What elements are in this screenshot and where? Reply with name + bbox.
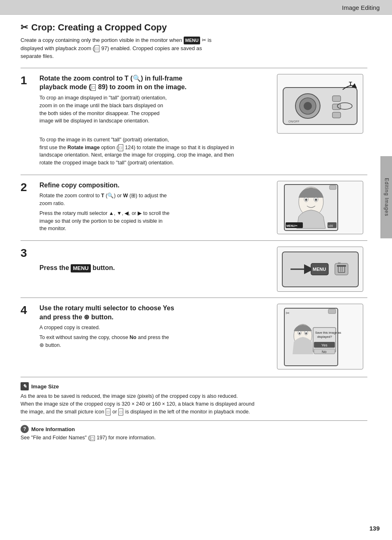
- step-2-image: MENU✂ x30: [277, 181, 367, 234]
- svg-rect-6: [332, 112, 341, 118]
- step-3-image: MENU ✂: [277, 247, 367, 292]
- step-2: 2 Refine copy composition. Rotate the zo…: [21, 175, 367, 240]
- step-3-number: 3: [21, 247, 33, 259]
- side-tab: Editing Images: [380, 156, 392, 238]
- svg-text:ON/OFF: ON/OFF: [288, 120, 299, 123]
- step-2-text-2: Press the rotary multi selector ▲, ▼, ◀,…: [39, 210, 273, 233]
- svg-rect-20: [330, 185, 336, 189]
- step-2-number: 2: [21, 182, 33, 193]
- cam-diagram-3: MENU ✂: [277, 247, 363, 292]
- step-4-body: Use the rotary multi selector to choose …: [39, 304, 367, 369]
- svg-point-35: [305, 332, 307, 334]
- step-1-text-2: To crop the image in its current "tall" …: [39, 136, 367, 167]
- more-info-title: ? More Information: [21, 425, 367, 433]
- note-title: ✎ Image Size: [21, 382, 367, 390]
- step-1: 1 Rotate the zoom control to T (🔍) in fu…: [21, 68, 367, 175]
- header-title: Image Editing: [342, 4, 380, 11]
- page-title: ✂ Crop: Creating a Cropped Copy: [21, 22, 367, 33]
- step-1-image: ON/OFF T: [277, 74, 367, 134]
- step-4-heading: Use the rotary multi selector to choose …: [39, 304, 273, 321]
- svg-text:displayed?: displayed?: [317, 335, 332, 339]
- page-title-text: Crop: Creating a Cropped Copy: [31, 22, 167, 33]
- menu-badge-step3: MENU: [71, 264, 90, 272]
- image-size-note: ✎ Image Size As the area to be saved is …: [21, 377, 367, 419]
- step-4-text-1: A cropped copy is created.: [39, 324, 273, 332]
- more-info: ? More Information See "File and Folder …: [21, 420, 367, 441]
- step-4-text-2: To exit without saving the copy, choose …: [39, 334, 273, 349]
- svg-point-14: [305, 198, 307, 201]
- svg-point-15: [315, 198, 317, 201]
- svg-rect-26: [337, 265, 346, 267]
- crop-icon: ✂: [21, 22, 28, 33]
- cam-diagram-4: ✂: [277, 304, 363, 369]
- step-1-heading: Rotate the zoom control to T (🔍) in full…: [39, 74, 273, 92]
- step-1-number: 1: [21, 75, 33, 86]
- step-4-number: 4: [21, 305, 33, 316]
- svg-text:No: No: [322, 350, 327, 354]
- menu-badge: MENU: [184, 37, 200, 44]
- step-4: 4 Use the rotary multi selector to choos…: [21, 298, 367, 375]
- main-content: ✂ Crop: Creating a Cropped Copy Create a…: [0, 15, 392, 453]
- svg-rect-5: [332, 104, 341, 110]
- note-icon: ✎: [21, 382, 29, 390]
- step-1-text-1: To crop an image displayed in "tall" (po…: [39, 94, 273, 125]
- step-3-heading: Press the MENU button.: [39, 263, 266, 272]
- svg-text:✂: ✂: [286, 310, 290, 316]
- intro-text: Create a copy containing only the portio…: [21, 36, 367, 60]
- more-info-text: See "File and Folder Names" (□ 197) for …: [21, 435, 367, 441]
- page: Image Editing Editing Images ✂ Crop: Cre…: [0, 0, 392, 540]
- svg-text:Yes: Yes: [321, 343, 327, 347]
- step-1-body: Rotate the zoom control to T (🔍) in full…: [39, 74, 367, 169]
- svg-point-3: [304, 102, 312, 110]
- svg-rect-4: [332, 96, 341, 102]
- svg-text:x30: x30: [328, 224, 333, 227]
- more-info-heading: More Information: [31, 426, 75, 432]
- more-info-icon: ?: [21, 425, 29, 433]
- svg-point-34: [299, 332, 300, 334]
- cam-diagram-1: ON/OFF T: [277, 74, 363, 134]
- step-2-body: Refine copy composition. Rotate the zoom…: [39, 181, 367, 235]
- page-number: 139: [369, 525, 380, 532]
- step-3: 3 Press the MENU button.: [21, 240, 367, 298]
- step-2-text-1: Rotate the zoom control to T (🔍) or W (⊞…: [39, 192, 273, 208]
- svg-rect-30: [328, 309, 336, 314]
- step-4-image: ✂: [277, 304, 367, 369]
- svg-text:Save this image as: Save this image as: [315, 331, 341, 335]
- step-3-body: Press the MENU button.: [39, 247, 367, 292]
- note-heading: Image Size: [31, 383, 59, 390]
- cam-diagram-2: MENU✂ x30: [277, 181, 363, 234]
- header: Image Editing: [0, 0, 392, 15]
- svg-text:MENU: MENU: [313, 267, 326, 272]
- step-2-heading: Refine copy composition.: [39, 181, 273, 190]
- svg-text:✂: ✂: [338, 261, 341, 265]
- note-text: As the area to be saved is reduced, the …: [21, 392, 367, 415]
- svg-text:MENU✂: MENU✂: [286, 224, 297, 227]
